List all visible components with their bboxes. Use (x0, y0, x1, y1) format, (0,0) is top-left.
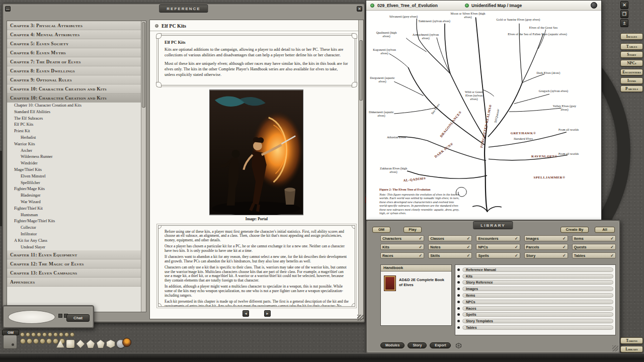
record-type-checkbox[interactable]: ✓ (515, 245, 518, 249)
entry-pill[interactable]: Items (462, 293, 613, 298)
chat-tab[interactable]: Chat (66, 314, 90, 322)
coin-token[interactable] (31, 332, 36, 337)
coin-token[interactable] (46, 338, 52, 344)
library-entry[interactable]: Items (457, 292, 613, 299)
entry-pill[interactable]: Tables (462, 325, 613, 330)
toc-entry[interactable]: Undead Slayer (7, 244, 141, 251)
entry-pill[interactable]: Images (462, 287, 613, 291)
toc-entry[interactable]: Wilderness Runner (7, 154, 141, 160)
record-type-button[interactable]: Kits ✓ (380, 244, 424, 250)
library-entry[interactable]: Tables (457, 324, 613, 331)
die[interactable] (107, 340, 115, 348)
record-type-checkbox[interactable]: ✓ (419, 245, 422, 249)
record-type-button[interactable]: Encounters ✓ (476, 235, 520, 241)
reference-window-title[interactable]: REFERENCE (159, 5, 208, 13)
filter-gm-button[interactable]: GM (372, 227, 390, 233)
coin-token[interactable] (27, 338, 32, 344)
content-scrollbar-thumb[interactable] (359, 40, 363, 101)
toc-entry[interactable]: Collector (7, 225, 141, 231)
sidebar-button[interactable]: Encounters (620, 69, 643, 75)
library-footer-button[interactable]: Export (430, 342, 451, 348)
toc-entry[interactable]: Elf PC Kits (7, 122, 141, 128)
entry-pill[interactable]: Story Templates (462, 319, 613, 323)
toc-entry[interactable]: Chapter 9: Optional Rules (7, 75, 141, 84)
toc-entry[interactable]: Spellfilcher (7, 180, 141, 187)
sidebar-button[interactable]: Story (620, 51, 643, 58)
record-type-checkbox[interactable]: ✓ (515, 253, 518, 258)
entry-pill[interactable]: Races (462, 306, 613, 311)
sidebar-button[interactable]: Tokens (620, 337, 643, 344)
coin-token[interactable] (20, 338, 26, 344)
record-type-checkbox[interactable]: ✓ (515, 236, 518, 241)
library-entry[interactable]: Kits (457, 273, 613, 280)
record-type-button[interactable]: Classes ✓ (428, 235, 472, 241)
record-type-button[interactable]: Skills ✓ (428, 252, 472, 258)
toc-entry[interactable]: Chapter 10: Character Creation and Kits (7, 103, 141, 109)
library-footer-button[interactable]: Modules (380, 342, 405, 348)
library-entry[interactable]: Reference Manual (457, 266, 613, 273)
toc-entry[interactable]: Bladesinger (7, 193, 141, 199)
toc-entry[interactable]: Fighter/Thief Kit (7, 206, 141, 212)
record-type-checkbox[interactable]: ✓ (562, 253, 566, 258)
toc-entry[interactable]: Infiltrator (7, 231, 141, 238)
filter-create-by-button[interactable]: Create By (560, 227, 589, 233)
die[interactable] (56, 340, 64, 348)
record-type-checkbox[interactable]: ✓ (419, 236, 422, 241)
die[interactable] (66, 340, 74, 348)
toc-entry[interactable]: Warrior Kits (7, 141, 141, 148)
toc-entry[interactable]: Mage/Thief Kits (7, 167, 141, 173)
toc-entry[interactable]: Chapter 10: Character Creation and Kits (7, 94, 141, 103)
record-type-button[interactable]: Quests ✓ (572, 244, 616, 250)
toc-entry[interactable]: Chapter 3: Physical Attributes (7, 21, 141, 30)
toc-scrollbar-thumb[interactable] (142, 22, 145, 108)
record-type-button[interactable]: Items ✓ (572, 235, 616, 241)
toc-entry[interactable]: Elven Minstrel (7, 173, 141, 180)
filter-play-button[interactable]: Play (404, 227, 422, 233)
coin-token[interactable] (40, 338, 45, 344)
desktop-close-icon[interactable]: ✕ (620, 1, 628, 9)
coin-token[interactable] (20, 332, 25, 337)
resize-grip[interactable] (357, 315, 363, 321)
coin-token[interactable] (42, 332, 47, 337)
toc-entry[interactable]: Archer (7, 148, 141, 154)
record-type-checkbox[interactable]: ✓ (562, 236, 566, 241)
toc-entry[interactable]: Windrider (7, 160, 141, 167)
record-type-button[interactable]: Spells ✓ (476, 252, 520, 258)
library-entry[interactable]: NPCs (457, 299, 613, 305)
coin-token[interactable] (59, 332, 63, 337)
entry-pill[interactable]: Reference Manual (462, 267, 613, 272)
map-menu-knob[interactable] (591, 2, 597, 9)
next-page-button[interactable]: ► (264, 310, 271, 317)
library-entry[interactable]: Images (457, 286, 613, 292)
toc-entry[interactable]: Fighter/Mage/Thief Kits (7, 218, 141, 225)
module-book-item[interactable]: AD&D 2E Complete Book of Elves (381, 272, 451, 295)
record-type-checkbox[interactable]: ✓ (610, 236, 614, 241)
record-type-checkbox[interactable]: ✓ (610, 253, 614, 258)
record-type-button[interactable]: Races ✓ (380, 252, 424, 258)
toc-entry[interactable]: Fighter/Mage Kits (7, 186, 141, 193)
window-shade-icon[interactable]: — (5, 6, 11, 12)
toc-entry[interactable]: Chapter 10: Character Creation and Kits (7, 84, 141, 94)
coin-token[interactable] (53, 332, 58, 337)
chat-mode-icon[interactable] (58, 314, 62, 318)
die[interactable] (76, 340, 85, 348)
sidebar-button[interactable]: Images (620, 33, 643, 40)
toc-entry[interactable]: Priest Kit (7, 128, 141, 135)
toc-entry[interactable]: Chapter 12: The Magic of Elves (7, 259, 141, 268)
toc-entry[interactable]: The Elf Subraces (7, 116, 141, 122)
portal-artwork[interactable] (209, 89, 303, 215)
coin-token[interactable] (64, 332, 69, 337)
entry-pill[interactable]: Kits (462, 274, 613, 279)
content-scrollbar[interactable] (358, 20, 363, 319)
toc-entry[interactable]: Chapter 6: Elven Myths (7, 48, 141, 57)
record-type-checkbox[interactable]: ✓ (419, 253, 422, 258)
coin-token[interactable] (37, 332, 41, 337)
die[interactable] (87, 340, 95, 348)
coin-token[interactable] (70, 332, 74, 337)
sidebar-button[interactable]: Items (620, 77, 643, 84)
record-type-checkbox[interactable]: ✓ (467, 253, 470, 258)
toc-entry[interactable]: Chapter 13: Elven Campaigns (7, 268, 141, 278)
toc-entry[interactable]: Herbalist (7, 135, 141, 141)
toc-entry[interactable]: War Wizard (7, 199, 141, 206)
map-titlebar[interactable]: 029_Elven_Tree_of_Evolution Unidentified… (366, 1, 601, 11)
